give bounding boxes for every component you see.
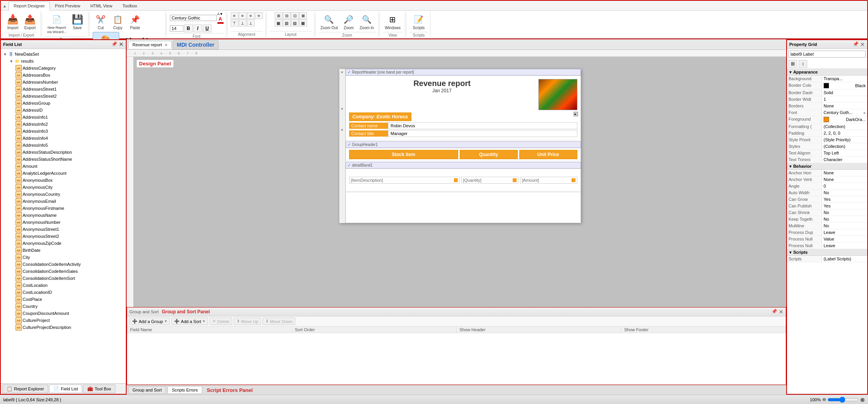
save-button[interactable]: 💾 Save	[69, 12, 86, 31]
align-bottom-btn[interactable]: ⊥	[247, 19, 255, 26]
tree-item-AnonymousBox[interactable]: abAnonymousBox	[15, 177, 124, 184]
bold-button[interactable]: B	[184, 25, 193, 32]
paste-button[interactable]: 📌 Paste	[127, 12, 143, 31]
move-up-button[interactable]: ⬆ Move Up	[234, 318, 261, 325]
zoom-plus-icon[interactable]: ⊕	[860, 397, 865, 403]
prop-value-process-dup[interactable]: Leave	[822, 229, 867, 235]
layout-btn6[interactable]: ▧	[283, 19, 291, 26]
prop-sort-btn[interactable]: ⊞	[789, 60, 797, 68]
layout-btn5[interactable]: ▦	[275, 19, 282, 26]
export-button[interactable]: 📤 Export	[22, 12, 38, 31]
layout-btn1[interactable]: ⊞	[275, 12, 282, 19]
delete-button[interactable]: ✕ Delete	[210, 318, 232, 325]
layout-btn7[interactable]: ▨	[291, 19, 299, 26]
prop-value-process-null-1[interactable]: Value	[822, 236, 867, 242]
prop-value-border-dash[interactable]: Solid	[822, 90, 867, 96]
import-button[interactable]: 📥 Import	[5, 12, 21, 31]
tree-item-AnonymousEmail[interactable]: abAnonymousEmail	[15, 198, 124, 205]
prop-section-scripts[interactable]: ▼ Scripts	[787, 249, 867, 256]
band-3-expand[interactable]: ▼	[340, 128, 344, 132]
prop-value-border-color[interactable]: Black	[822, 82, 867, 89]
panel-pin-btn[interactable]: 📌	[111, 41, 117, 47]
tree-item-AnonymousStreet1[interactable]: abAnonymousStreet1	[15, 226, 124, 233]
add-sort-button[interactable]: ➕ Add a Sort ▼	[171, 318, 208, 325]
band-2-expand[interactable]: ▼	[340, 107, 344, 111]
tree-item-AddressesStreet2[interactable]: abAddressesStreet2	[15, 93, 124, 100]
move-down-button[interactable]: ⬇ Move Down	[263, 318, 295, 325]
layout-btn3[interactable]: ⊡	[291, 12, 299, 19]
tab-report-designer[interactable]: Report Designer	[9, 2, 50, 11]
underline-button[interactable]: U	[203, 25, 212, 32]
tree-item-AddressesStreet1[interactable]: abAddressesStreet1	[15, 86, 124, 93]
gs-close-btn[interactable]: ✕	[779, 309, 783, 315]
zoom-in-button[interactable]: 🔍 Zoom In	[358, 12, 376, 31]
tree-item-AnonymousZipCode[interactable]: abAnonymousZipCode	[15, 240, 124, 247]
prop-value-can-grow[interactable]: Yes	[822, 196, 867, 202]
font-size-input[interactable]	[170, 25, 183, 32]
tree-item-AddressInfo3[interactable]: abAddressInfo3	[15, 128, 124, 135]
root-expand[interactable]: ▼	[3, 52, 8, 56]
tree-item-CostLocationID[interactable]: abCostLocationID	[15, 289, 124, 296]
scripts-button[interactable]: 📝 Scripts	[411, 12, 427, 31]
prop-object-selector[interactable]: label9 Label	[789, 51, 866, 58]
tree-item-AddressesNumber[interactable]: abAddressesNumber	[15, 79, 124, 86]
tree-item-ConsolidationCodeItemActivity[interactable]: abConsolidationCodeItemActivity	[15, 261, 124, 268]
prop-value-text-trimming[interactable]: Character	[822, 156, 867, 163]
align-right-btn[interactable]: ≡	[247, 12, 255, 19]
tree-item-AnonymousNumber[interactable]: abAnonymousNumber	[15, 219, 124, 226]
doc-tab-revenue-close[interactable]: ✕	[164, 43, 168, 47]
company-label-handle[interactable]: ▸	[573, 112, 578, 116]
tab-html-view[interactable]: HTML View	[85, 2, 117, 10]
new-report-button[interactable]: 📄 New Reportvia Wizard...	[45, 12, 69, 35]
tab-toolbox[interactable]: Toolbox	[117, 2, 142, 10]
tree-item-AnonymousStreet2[interactable]: abAnonymousStreet2	[15, 233, 124, 240]
zoom-slider[interactable]	[827, 397, 859, 403]
prop-value-scripts[interactable]: (Label Scripts)	[822, 256, 867, 262]
tree-item-Country[interactable]: abCountry	[15, 303, 124, 310]
qty-anchor[interactable]	[513, 178, 517, 182]
italic-button[interactable]: I	[194, 25, 202, 32]
prop-value-text-align[interactable]: Top Left	[822, 150, 867, 156]
tree-item-ConsolidationCodeItemSales[interactable]: abConsolidationCodeItemSales	[15, 268, 124, 275]
tree-item-AddressGroup[interactable]: abAddressGroup	[15, 100, 124, 107]
tree-item-AddressStatusDescription[interactable]: abAddressStatusDescription	[15, 149, 124, 156]
prop-value-border-width[interactable]: 1	[822, 96, 867, 102]
tree-results[interactable]: ▼ 📁 results	[9, 58, 124, 65]
prop-value-style-priority[interactable]: (Style Priority)	[822, 137, 867, 143]
align-left-btn[interactable]: ≡	[231, 12, 238, 19]
layout-btn8[interactable]: ▩	[299, 19, 307, 26]
tree-item-AnonymousCity[interactable]: abAnonymousCity	[15, 184, 124, 191]
windows-button[interactable]: ⊞ Windows	[383, 12, 403, 31]
tab-print-preview[interactable]: Print Preview	[50, 2, 85, 10]
prop-value-font[interactable]: Century Goth... ▸	[822, 109, 867, 116]
font-expand-btn[interactable]: ▸	[864, 111, 866, 115]
prop-value-borders[interactable]: None	[822, 103, 867, 109]
tree-item-CostLocation[interactable]: abCostLocation	[15, 282, 124, 289]
prop-value-foreground[interactable]: DarkOra...	[822, 116, 867, 123]
zoom-out-button[interactable]: 🔍 Zoom Out	[319, 12, 340, 31]
band-1-expand[interactable]: ▼	[340, 70, 344, 74]
tab-field-list[interactable]: 📄 Field List	[49, 385, 82, 393]
tree-item-AddressInfo5[interactable]: abAddressInfo5	[15, 142, 124, 149]
prop-value-multiline[interactable]: No	[822, 223, 867, 229]
cut-button[interactable]: ✂️ Cut	[93, 12, 109, 31]
align-justify-btn[interactable]: ≡	[255, 12, 263, 19]
tree-item-CultureProject[interactable]: abCultureProject	[15, 317, 124, 324]
layout-btn2[interactable]: ⊟	[283, 12, 291, 19]
tree-item-AddressInfo2[interactable]: abAddressInfo2	[15, 121, 124, 128]
prop-value-auto-width[interactable]: No	[822, 190, 867, 196]
report-scroll-area[interactable]: Design Panel ▼ ▼	[134, 57, 786, 307]
prop-value-angle[interactable]: 0	[822, 183, 867, 189]
results-expand[interactable]: ▼	[9, 59, 14, 63]
tab-report-explorer[interactable]: 📋 Report Explorer	[2, 385, 48, 393]
gs-pin-btn[interactable]: 📌	[771, 309, 777, 315]
prop-value-anchor-vert[interactable]: None	[822, 176, 867, 183]
doc-tab-revenue-report[interactable]: Revenue report ✕	[128, 41, 172, 49]
align-top-btn[interactable]: ⊤	[231, 19, 238, 26]
copy-button[interactable]: 📋 Copy	[110, 12, 126, 31]
layout-btn4[interactable]: ⊠	[299, 12, 307, 19]
prop-section-appearance[interactable]: ▼ Appearance	[787, 69, 867, 76]
doc-tab-mdi[interactable]: MDI Controller	[173, 40, 219, 49]
item-anchor[interactable]	[454, 178, 458, 182]
tab-scripts-errors[interactable]: Scripts Errors	[168, 386, 202, 394]
